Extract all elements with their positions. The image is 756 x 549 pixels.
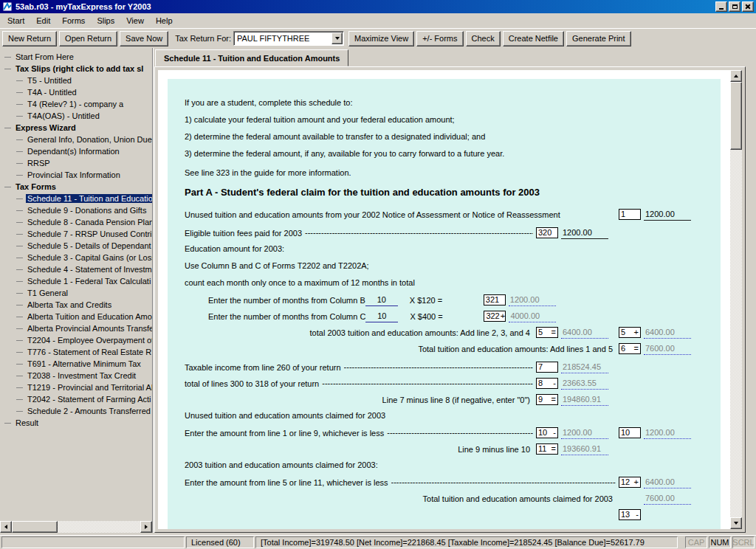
form-vertical-scrollbar[interactable] [730, 70, 742, 529]
tree-item[interactable]: Schedule 8 - Canada Pension Plan ( [0, 216, 152, 228]
line-number-box[interactable]: 5= [536, 327, 558, 338]
line-number-box[interactable]: 6= [619, 343, 641, 354]
line-number-box[interactable]: 13- [619, 509, 641, 520]
form-field-row: Enter the amount from line 1 or line 9, … [185, 427, 701, 439]
line-number-box[interactable]: 320 [536, 227, 558, 238]
maximize-view-button[interactable]: Maximize View [348, 31, 414, 46]
tree-item[interactable]: T2038 - Investment Tax Credit [0, 370, 152, 381]
months-input[interactable]: 10 [365, 311, 398, 322]
form-page: If you are a student, complete this sche… [158, 70, 730, 529]
tree-item[interactable]: Alberta Tuition and Education Amo [0, 311, 152, 322]
line-number-box[interactable]: 12+ [619, 477, 641, 488]
tree-branch-icon [4, 57, 11, 58]
tree-item[interactable]: T776 - Statement of Real Estate R [0, 346, 152, 358]
scrollbar-track[interactable] [12, 521, 140, 533]
tree-branch-icon [16, 317, 23, 317]
tree-item[interactable]: Schedule 4 - Statement of Investm [0, 263, 152, 275]
tree-item[interactable]: Result [0, 417, 152, 429]
tree-branch-icon [16, 151, 23, 152]
tax-return-for-select[interactable]: PAUL FIFTYTHREE [233, 31, 344, 46]
check-button[interactable]: Check [466, 31, 501, 46]
line-number-box[interactable]: 5+ [619, 327, 641, 338]
operator: + [501, 311, 505, 321]
tree-horizontal-scrollbar[interactable] [0, 521, 152, 533]
tree-item[interactable]: Tax Slips (right click to add tax sl [0, 63, 152, 75]
tree-item[interactable]: Provincial Tax Information [0, 169, 152, 181]
line-number-box[interactable]: 10- [536, 427, 558, 438]
form-text: count each month only once to a maximum … [185, 277, 701, 289]
line-number-box[interactable]: 1 [619, 209, 641, 220]
plus-minus-forms-button[interactable]: +/- Forms [416, 31, 463, 46]
open-return-button[interactable]: Open Return [59, 31, 117, 46]
tree-item[interactable]: T4A(OAS) - Untitled [0, 110, 152, 122]
menu-edit[interactable]: Edit [30, 15, 56, 27]
amount-value[interactable]: 1200.00 [561, 227, 608, 239]
form-heading: Part A - Student's federal claim for the… [185, 186, 701, 199]
menu-slips[interactable]: Slips [91, 15, 120, 27]
line-number-box[interactable]: 7 [536, 362, 558, 373]
tree-item[interactable]: Alberta Provincial Amounts Transfe [0, 322, 152, 334]
line-number-box[interactable]: 321 [484, 294, 506, 305]
menu-start[interactable]: Start [1, 15, 30, 27]
line-number-box[interactable]: 10 [619, 427, 641, 438]
tree-item-label: Schedule 9 - Donations and Gifts [26, 206, 148, 215]
create-netfile-button[interactable]: Create Netfile [503, 31, 564, 46]
new-return-button[interactable]: New Return [2, 31, 57, 46]
line-number-box[interactable]: 8- [536, 378, 558, 389]
tree-item[interactable]: Schedule 11 - Tuition and Education [0, 193, 152, 204]
tree-item[interactable]: T1 General [0, 287, 152, 299]
tree-item[interactable]: Express Wizard [0, 122, 152, 134]
tree-item[interactable]: T2042 - Statement of Farming Acti [0, 393, 152, 405]
tree-item[interactable]: Alberta Tax and Credits [0, 299, 152, 311]
tree-item[interactable]: Tax Forms [0, 181, 152, 193]
tree-item[interactable]: T5 - Untitled [0, 75, 152, 86]
dashed-leader [387, 427, 533, 439]
form-text: See line 323 in the guide for more infor… [185, 167, 701, 179]
tree-item[interactable]: T691 - Alternative Minimum Tax [0, 358, 152, 370]
tree-item-label: T2038 - Investment Tax Credit [26, 371, 137, 380]
tree-item[interactable]: Schedule 5 - Details of Dependant [0, 240, 152, 252]
months-input[interactable]: 10 [365, 294, 398, 306]
scrollbar-thumb[interactable] [12, 521, 58, 533]
field-label: Enter the amount from line 5 or line 11,… [185, 478, 388, 487]
line-number: 12 [621, 477, 630, 487]
scroll-left-button[interactable] [0, 521, 12, 533]
amount-value: 23663.55 [561, 378, 608, 390]
maximize-button[interactable] [729, 1, 740, 12]
generate-print-button[interactable]: Generate Print [566, 31, 631, 46]
tree-item[interactable]: T4 (Relev? 1) - company a [0, 98, 152, 110]
scroll-right-button[interactable] [140, 521, 152, 533]
tree-item[interactable]: Schedule 7 - RRSP Unused Contrib [0, 228, 152, 240]
line-number-box[interactable]: 11= [536, 443, 558, 455]
scroll-up-button[interactable] [730, 70, 742, 82]
tree-item[interactable]: Schedule 9 - Donations and Gifts [0, 204, 152, 216]
main-area: Schedule 11 - Tuition and Education Amou… [153, 48, 746, 533]
scrollbar-track[interactable] [730, 82, 742, 517]
tree-item[interactable]: Start From Here [0, 51, 152, 63]
minimize-button[interactable] [715, 1, 727, 12]
amount-slot: 7218524.45 [536, 362, 619, 373]
form-body: If you are a student, complete this sche… [168, 79, 721, 529]
tree-item[interactable]: General Info, Donation, Union Due [0, 134, 152, 145]
line-number-box[interactable]: 9= [536, 394, 558, 405]
tab-schedule-11[interactable]: Schedule 11 - Tuition and Education Amou… [155, 49, 348, 66]
combo-dropdown-button[interactable] [331, 32, 343, 44]
line-number-box[interactable]: 322+ [484, 311, 506, 322]
tree-item[interactable]: Dependant(s) Information [0, 145, 152, 157]
tree-item[interactable]: Schedule 3 - Capital Gains (or Loss [0, 252, 152, 263]
save-now-button[interactable]: Save Now [120, 31, 168, 46]
scroll-down-button[interactable] [730, 517, 742, 529]
tree-item[interactable]: Schedule 2 - Amounts Transferred [0, 405, 152, 417]
tree-item[interactable]: RRSP [0, 157, 152, 169]
tree-item[interactable]: T2204 - Employee Overpayment of [0, 334, 152, 346]
menu-view[interactable]: View [120, 15, 150, 27]
scrollbar-thumb[interactable] [730, 82, 742, 150]
tree-item[interactable]: T4A - Untitled [0, 86, 152, 98]
tree-item[interactable]: T1219 - Provincial and Territorial Al [0, 381, 152, 393]
close-button[interactable] [742, 1, 754, 12]
menu-help[interactable]: Help [150, 15, 179, 27]
line-number: 6 [621, 344, 625, 353]
menu-forms[interactable]: Forms [56, 15, 91, 27]
tree-item[interactable]: Schedule 1 - Federal Tax Calculati [0, 275, 152, 287]
amount-value[interactable]: 1200.00 [644, 209, 691, 221]
